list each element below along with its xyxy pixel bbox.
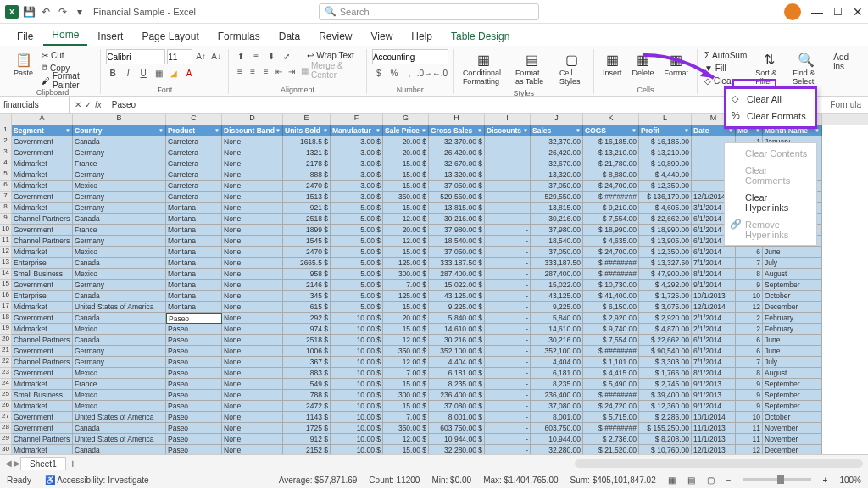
cut-button[interactable]: ✂Cut: [40, 49, 95, 61]
cell[interactable]: 37,050.00: [531, 247, 583, 258]
cell[interactable]: 37,050.00 $: [429, 181, 485, 192]
cell[interactable]: Government: [12, 147, 73, 158]
cell[interactable]: France: [73, 158, 166, 169]
cell[interactable]: Paseo: [166, 357, 222, 368]
row-number[interactable]: 16: [0, 291, 12, 302]
cell[interactable]: 18,540.00: [531, 236, 583, 247]
tab-file[interactable]: File: [8, 27, 42, 46]
cell[interactable]: Channel Partners: [12, 357, 73, 368]
cell[interactable]: 12: [736, 302, 763, 313]
cell[interactable]: 10: [736, 412, 763, 423]
cell[interactable]: 5.00 $: [331, 269, 383, 280]
cell[interactable]: 2/1/2014: [692, 324, 736, 335]
cell[interactable]: 8/1/2014: [692, 368, 736, 379]
cell[interactable]: 5.00 $: [331, 280, 383, 291]
cell[interactable]: 12: [736, 445, 763, 454]
cell[interactable]: Paseo: [166, 445, 222, 454]
cell[interactable]: Canada: [73, 445, 166, 454]
cell[interactable]: $ 47,900.00: [639, 269, 692, 280]
cell[interactable]: Midmarket: [12, 181, 73, 192]
cell[interactable]: 350.00 $: [383, 423, 429, 434]
cell[interactable]: 3.00 $: [331, 181, 383, 192]
cell[interactable]: 43,125.00: [531, 291, 583, 302]
cell[interactable]: -: [485, 158, 531, 169]
paste-button[interactable]: 📋 Paste: [10, 49, 36, 79]
view-break-icon[interactable]: ▢: [707, 475, 715, 485]
cell[interactable]: 7: [736, 258, 763, 269]
cell[interactable]: 974 $: [283, 324, 331, 335]
cell[interactable]: None: [222, 302, 283, 313]
cell[interactable]: 37,980.00 $: [429, 225, 485, 236]
row-number[interactable]: 3: [0, 147, 12, 158]
cell[interactable]: $ 12,350.00: [639, 181, 692, 192]
cell[interactable]: 13,815.00: [531, 203, 583, 214]
search-box[interactable]: 🔍 Search: [319, 3, 539, 20]
cell[interactable]: 10.00 $: [331, 346, 383, 357]
cell[interactable]: Paseo: [166, 412, 222, 423]
cell[interactable]: 2: [736, 324, 763, 335]
cell[interactable]: 15.00 $: [383, 247, 429, 258]
cell[interactable]: $ 1,766.00: [639, 368, 692, 379]
tab-data[interactable]: Data: [270, 27, 309, 46]
cell[interactable]: 15.00 $: [383, 169, 429, 181]
cell[interactable]: 10.00 $: [331, 434, 383, 445]
row-number[interactable]: 8: [0, 203, 12, 214]
table-header-cell[interactable]: Discounts: [485, 125, 531, 136]
cell[interactable]: $ ########: [583, 423, 639, 434]
cell[interactable]: None: [222, 291, 283, 302]
cell[interactable]: Channel Partners: [12, 214, 73, 225]
cell[interactable]: $ 12,350.00: [639, 247, 692, 258]
cell[interactable]: $ 90,540.00: [639, 346, 692, 357]
cell[interactable]: 15.00 $: [383, 401, 429, 412]
cell[interactable]: 5.00 $: [331, 225, 383, 236]
cell[interactable]: 8,235.00: [531, 379, 583, 390]
tab-insert[interactable]: Insert: [89, 27, 131, 46]
cell[interactable]: 125.00 $: [383, 258, 429, 269]
column-header[interactable]: F: [331, 114, 383, 125]
cell[interactable]: Germany: [73, 357, 166, 368]
cell[interactable]: Paseo: [166, 434, 222, 445]
tab-review[interactable]: Review: [310, 27, 360, 46]
cell[interactable]: 2470 $: [283, 247, 331, 258]
cell[interactable]: -: [485, 313, 531, 324]
cell[interactable]: 8: [736, 269, 763, 280]
cell[interactable]: 32,280.00: [531, 445, 583, 454]
cell[interactable]: 5.00 $: [331, 236, 383, 247]
cell[interactable]: 236,400.00: [531, 390, 583, 401]
cell[interactable]: -: [485, 445, 531, 454]
row-number[interactable]: 10: [0, 225, 12, 236]
redo-icon[interactable]: ↷: [56, 5, 70, 19]
cell[interactable]: -: [485, 280, 531, 291]
decimal-dec-icon[interactable]: ←.0: [433, 66, 447, 80]
cell[interactable]: 788 $: [283, 390, 331, 401]
row-number[interactable]: 15: [0, 280, 12, 291]
cell[interactable]: 32,280.00 $: [429, 445, 485, 454]
cell[interactable]: $ 4,870.00: [639, 324, 692, 335]
cell[interactable]: $ 155,250.00: [639, 423, 692, 434]
cell[interactable]: 26,420.00 $: [429, 147, 485, 158]
format-painter-button[interactable]: 🖌Format Painter: [40, 75, 95, 86]
cell[interactable]: -: [485, 434, 531, 445]
cell[interactable]: 352,100.00: [531, 346, 583, 357]
cell[interactable]: $ 13,210.00: [639, 147, 692, 158]
user-avatar[interactable]: [784, 3, 801, 20]
cell[interactable]: $ 2,920.00: [639, 313, 692, 324]
cell[interactable]: Midmarket: [12, 247, 73, 258]
cell[interactable]: Montana: [166, 203, 222, 214]
table-header-cell[interactable]: Manufactur: [331, 125, 383, 136]
cell[interactable]: Small Business: [12, 269, 73, 280]
cell[interactable]: -: [485, 258, 531, 269]
cell[interactable]: 15.00 $: [383, 203, 429, 214]
cell[interactable]: $ 8,208.00: [639, 434, 692, 445]
view-page-icon[interactable]: ▤: [687, 475, 695, 485]
cell[interactable]: 9: [736, 390, 763, 401]
cell[interactable]: 1725 $: [283, 423, 331, 434]
cell[interactable]: 32,670.00 $: [429, 158, 485, 169]
row-number[interactable]: 30: [0, 445, 12, 454]
cell[interactable]: None: [222, 280, 283, 291]
cell[interactable]: 300.00 $: [383, 390, 429, 401]
cell[interactable]: None: [222, 181, 283, 192]
cell[interactable]: United States of America: [73, 302, 166, 313]
cell[interactable]: 20.00 $: [383, 136, 429, 147]
add-sheet-button[interactable]: +: [70, 457, 76, 470]
